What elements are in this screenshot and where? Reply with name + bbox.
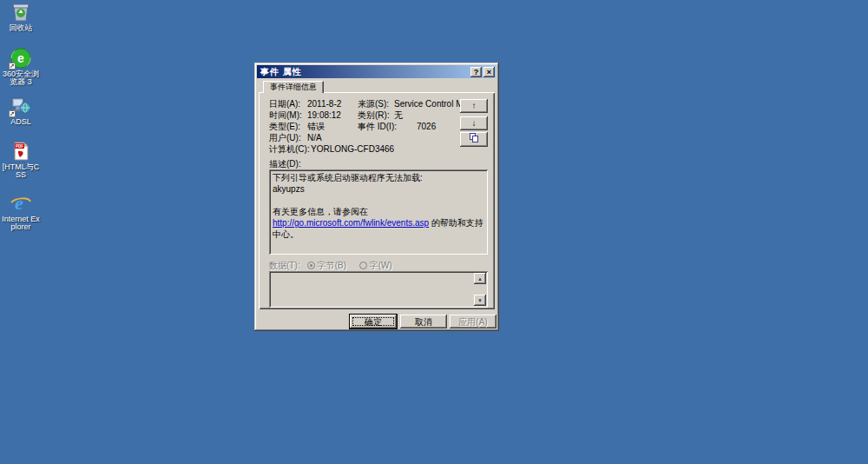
360-browser-icon: e ➚ <box>10 48 32 69</box>
desktop-icon-label: Internet Explorer <box>0 215 42 231</box>
scroll-down-button[interactable]: ▼ <box>474 295 486 306</box>
computer-label: 计算机(C): <box>269 144 310 154</box>
close-button[interactable]: × <box>483 67 495 77</box>
cancel-button[interactable]: 取消 <box>400 315 447 328</box>
shortcut-arrow-icon: ➚ <box>9 110 16 117</box>
description-text-box[interactable]: 下列引导或系统启动驱动程序无法加载: akyupzs 有关更多信息，请参阅在 h… <box>269 169 488 255</box>
desktop-icon-pdf[interactable]: PDF [HTML与CSS <box>0 141 42 179</box>
desktop-icon-label: ADSL <box>0 118 42 126</box>
radio-words-label: 字(W) <box>370 261 392 270</box>
radio-words[interactable]: 字(W) <box>359 261 392 270</box>
type-value: 错误 <box>307 122 325 131</box>
tab-content-panel: 日期(A): 2011-8-2 来源(S): Service Control M… <box>259 92 495 309</box>
apply-button[interactable]: 应用(A) <box>450 315 496 328</box>
desktop: { "desktop": { "background_color": "#3F6… <box>0 0 868 464</box>
data-text-box[interactable]: ▲ ▼ <box>269 271 488 308</box>
desktop-icon-360-browser[interactable]: e ➚ 360安全浏览器 3 <box>0 48 42 86</box>
description-line-4: http://go.microsoft.com/fwlink/events.as… <box>273 217 484 240</box>
category-label: 类别(R): <box>358 110 390 120</box>
pdf-file-icon: PDF <box>10 141 32 162</box>
date-label: 日期(A): <box>269 99 300 109</box>
time-value: 19:08:12 <box>307 110 341 120</box>
tab-event-details[interactable]: 事件详细信息 <box>263 81 324 93</box>
previous-event-button[interactable]: ↑ <box>460 99 488 113</box>
data-scrollbar[interactable]: ▲ ▼ <box>474 273 486 306</box>
description-line-3: 有关更多信息，请参阅在 <box>273 206 484 217</box>
time-label: 时间(M): <box>269 110 302 120</box>
description-line-1: 下列引导或系统启动驱动程序无法加载: <box>273 172 484 183</box>
event-id-label: 事件 ID(I): <box>358 122 397 131</box>
user-label: 用户(U): <box>269 133 301 143</box>
radio-words-icon <box>359 262 367 269</box>
source-value: Service Control M <box>394 99 463 109</box>
type-label: 类型(E): <box>269 122 300 131</box>
event-id-value: 7026 <box>417 122 436 131</box>
category-value: 无 <box>394 110 403 120</box>
desktop-icon-label: 回收站 <box>0 24 42 32</box>
svg-text:e: e <box>17 51 24 65</box>
desktop-icon-label: 360安全浏览器 3 <box>0 70 42 86</box>
ok-button[interactable]: 确定 <box>350 315 397 328</box>
radio-bytes-icon <box>307 262 315 269</box>
down-arrow-icon: ↓ <box>472 118 477 128</box>
copy-icon <box>470 133 479 143</box>
source-label: 来源(S): <box>358 99 389 109</box>
date-value: 2011-8-2 <box>307 99 341 109</box>
adsl-connection-icon: ➚ <box>10 96 32 116</box>
up-arrow-icon: ↑ <box>472 101 477 110</box>
copy-event-button[interactable] <box>460 132 488 147</box>
help-button[interactable]: ? <box>470 67 482 77</box>
desktop-icon-internet-explorer[interactable]: e Internet Explorer <box>0 193 42 231</box>
radio-bytes[interactable]: 字节(B) <box>307 261 346 270</box>
scroll-up-button[interactable]: ▲ <box>474 273 486 284</box>
dialog-title: 事件 属性 <box>260 66 302 78</box>
svg-text:PDF: PDF <box>16 144 23 149</box>
computer-value: YORLONG-CFD3466 <box>311 144 394 154</box>
desktop-icon-label: [HTML与CSS <box>0 163 42 179</box>
description-label: 描述(D): <box>269 159 301 169</box>
data-label: 数据(T): <box>269 261 300 270</box>
desktop-icon-adsl[interactable]: ➚ ADSL <box>0 96 42 126</box>
next-event-button[interactable]: ↓ <box>460 116 488 130</box>
internet-explorer-icon: e <box>10 193 32 214</box>
shortcut-arrow-icon: ➚ <box>9 63 16 70</box>
recycle-bin-icon <box>10 2 32 23</box>
svg-text:e: e <box>15 192 23 214</box>
user-value: N/A <box>307 133 322 143</box>
event-properties-dialog: 事件 属性 ? × 事件详细信息 日期(A): 2011-8-2 来源(S): … <box>254 63 499 331</box>
dialog-titlebar[interactable]: 事件 属性 ? × <box>257 65 496 78</box>
events-help-link[interactable]: http://go.microsoft.com/fwlink/events.as… <box>273 218 429 228</box>
radio-bytes-label: 字节(B) <box>318 261 346 270</box>
description-line-2: akyupzs <box>273 183 484 195</box>
desktop-icon-recycle-bin[interactable]: 回收站 <box>0 2 42 32</box>
